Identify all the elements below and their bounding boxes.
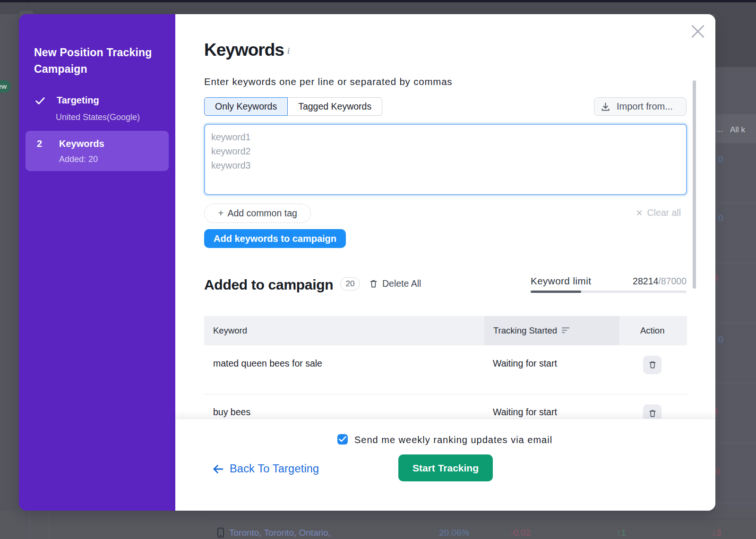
textarea-placeholder-line: keyword2 [211,144,680,158]
sidebar-step-targeting[interactable]: Targeting [57,95,99,106]
screen: ew ... All k 00↓30↓4↓10 Toronto, Toronto… [0,0,756,539]
clear-all-button[interactable]: ✕Clear all [598,207,681,218]
trash-icon [648,360,657,369]
delete-keyword-button[interactable] [643,404,662,419]
new-position-tracking-campaign-modal: New Position Tracking Campaign Targeting… [19,14,715,511]
modal-scrollbar[interactable] [693,80,696,289]
textarea-placeholder-line: keyword3 [211,158,680,172]
delete-all-label: Delete All [382,278,421,289]
tracking-status-cell: Waiting for start [493,358,557,369]
wizard-sidebar: New Position Tracking Campaign Targeting… [19,14,175,511]
step-number: 2 [37,138,42,149]
table-header: Keyword Tracking Started Action [204,316,687,345]
keyword-limit-progressbar [531,291,687,293]
sort-icon [562,327,570,334]
start-tracking-button[interactable]: Start Tracking [398,454,493,481]
background-row-separator [715,203,756,203]
weekly-updates-checkbox[interactable] [337,434,348,445]
keyword-cell: buy bees [213,407,250,418]
add-common-tag-button[interactable]: +Add common tag [204,204,311,223]
background-down-value: ↓3 [712,528,721,538]
added-count-badge: 20 [340,277,360,291]
keyword-tabs: Only Keywords Tagged Keywords [204,97,382,116]
plus-icon: + [218,207,223,218]
back-to-targeting-link[interactable]: Back To Targeting [213,462,319,475]
checkbox-check-icon [339,436,346,442]
background-row-separator [715,383,756,383]
background-row-separator [715,503,756,503]
arrow-left-icon [213,464,223,474]
keyword-limit-progress-fill [531,291,581,293]
background-column-dots: ... [716,125,723,134]
sidebar-step-keywords[interactable]: 2 Keywords Added: 20 [26,131,169,171]
delete-keyword-button[interactable] [643,356,662,374]
page-title: Keywords [204,40,284,60]
keywords-textarea[interactable]: keyword1keyword2keyword3 [204,124,687,195]
tracking-status-cell: Waiting for start [493,407,557,418]
add-keywords-to-campaign-button[interactable]: Add keywords to campaign [204,229,346,248]
keyword-cell: mated queen bees for sale [213,358,322,369]
background-metric-value: 0 [718,334,723,345]
background-visibility-value: 20.06% [439,528,469,538]
step-complete-check-icon [35,95,45,106]
wizard-title: New Position Tracking Campaign [34,44,166,77]
trash-icon [369,279,378,288]
background-data-row: Toronto, Toronto, Ontario, 20.06% -0.02 … [0,524,756,539]
background-column-separator [717,143,717,511]
clear-icon: ✕ [636,208,643,218]
weekly-updates-label[interactable]: Send me weekly ranking updates via email [354,435,552,445]
import-from-button[interactable]: Import from... [594,97,687,116]
new-badge-label: ew [0,83,7,90]
background-diff-value: -0.02 [510,528,531,538]
sidebar-step-targeting-detail: United States(Google) [56,112,140,122]
table-row: mated queen bees for saleWaiting for sta… [204,345,687,394]
background-table-rows [715,143,756,511]
keyword-limit-max: /87000 [658,276,687,286]
tab-only-keywords[interactable]: Only Keywords [204,97,288,116]
background-row-separator [715,323,756,323]
background-row-separator [715,443,756,443]
textarea-placeholder-line: keyword1 [211,130,680,144]
keyword-limit-used: 28214 [633,276,658,286]
mobile-icon [217,528,224,538]
new-badge: ew [0,80,11,93]
background-bottom: Toronto, Toronto, Ontario, 20.06% -0.02 … [0,511,756,539]
background-row-divider [206,519,756,519]
background-column-allkeywords: All k [730,125,745,135]
trash-icon [648,409,657,418]
background-table-header: ... All k [715,114,756,143]
import-from-label: Import from... [617,98,673,115]
background-metric-value: 0 [718,154,723,164]
download-icon [601,102,610,112]
info-icon[interactable]: i [287,46,290,56]
close-icon[interactable] [691,25,705,39]
step-label: Keywords [59,138,104,149]
table-row: buy beesWaiting for start [204,394,687,419]
column-header-keyword[interactable]: Keyword [204,316,484,345]
tracking-started-label: Tracking Started [493,325,557,335]
background-divider [27,2,27,10]
column-header-tracking-started[interactable]: Tracking Started [484,316,619,345]
keywords-hint: Enter keywords one per line or separated… [204,76,452,87]
page-header-strip [0,2,756,14]
added-to-campaign-title: Added to campaign [204,277,333,293]
background-row-separator [715,263,756,263]
background-right-mid [715,67,756,114]
modal-footer: Send me weekly ranking updates via email… [175,419,715,511]
background-right-top [715,2,756,67]
add-common-tag-label: Add common tag [227,208,297,218]
background-up-value: ↑1 [617,528,626,538]
keyword-limit-value: 28214/87000 [531,276,687,287]
step-added-count: Added: 20 [59,154,98,164]
column-header-action: Action [619,316,687,345]
background-metric-value: 0 [718,213,723,223]
delete-all-button[interactable]: Delete All [369,278,421,289]
clear-all-label: Clear all [647,207,681,218]
modal-main: Keywords i Enter keywords one per line o… [175,14,715,419]
tab-tagged-keywords[interactable]: Tagged Keywords [288,97,382,116]
back-to-targeting-label: Back To Targeting [230,462,319,475]
background-location-link: Toronto, Toronto, Ontario, [229,528,331,538]
